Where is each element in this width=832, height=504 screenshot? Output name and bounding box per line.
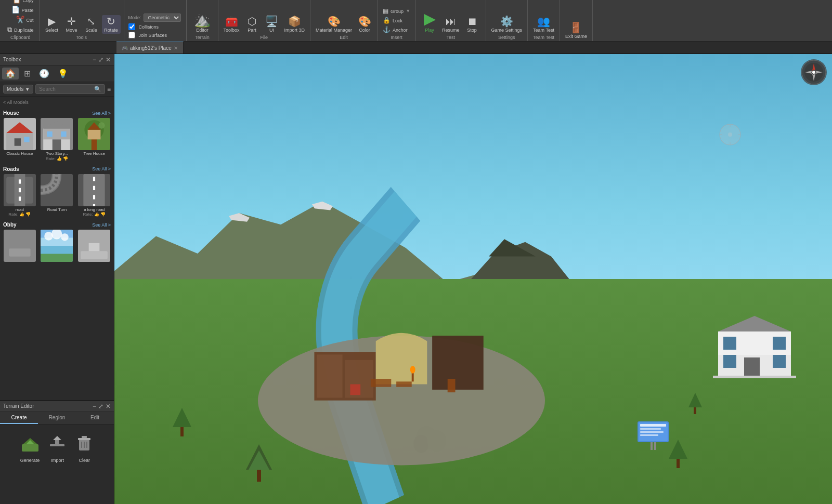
toolbox-nav-featured[interactable]: 💡 (55, 68, 71, 79)
move-icon: ✛ (67, 16, 76, 26)
rotate-button[interactable]: ↻ Rotate (102, 15, 121, 34)
obby-see-all[interactable]: See All > (92, 222, 111, 228)
models-dropdown[interactable]: Models ▼ (3, 85, 33, 94)
mode-section: Mode: Geometric Physical Collisions Join… (124, 0, 187, 41)
list-item[interactable]: a long road Rate: 👍 👎 (76, 173, 112, 218)
svg-marker-86 (718, 316, 791, 331)
select-button[interactable]: ▶ Select (43, 15, 61, 34)
two-story-name: Two-Story... (46, 151, 68, 156)
cut-button[interactable]: ✂️ Cut (5, 15, 36, 24)
clear-icon (75, 434, 94, 456)
toolbox-expand-btn[interactable]: ⤢ (98, 56, 103, 63)
import-icon (48, 434, 67, 456)
resume-button[interactable]: ⏭ Resume (440, 15, 462, 34)
toolbox-controls: Models ▼ 🔍 ≡ (0, 82, 114, 97)
generate-button[interactable]: Generate (20, 434, 40, 463)
house-see-all[interactable]: See All > (92, 111, 111, 116)
clipboard-buttons: 📋 Copy 📄 Paste ✂️ Cut ⧉ Duplicate (5, 0, 36, 34)
lock-button[interactable]: 🔒 Lock (381, 16, 405, 24)
color-button[interactable]: 🎨 Color (355, 15, 374, 34)
svg-rect-93 (180, 426, 184, 436)
compass (801, 59, 827, 85)
list-item[interactable]: Tree House (76, 117, 112, 162)
toolbox-close-btn[interactable]: ✕ (106, 56, 111, 63)
two-story-rating: Rate: 👍 👎 (46, 156, 68, 161)
duplicate-button[interactable]: ⧉ Duplicate (5, 25, 36, 34)
search-box: 🔍 (35, 84, 105, 94)
ui-button[interactable]: 🖥️ UI (263, 15, 281, 34)
list-item[interactable]: Road Turn (40, 173, 75, 218)
viewport[interactable] (114, 54, 832, 504)
clear-button[interactable]: Clear (75, 434, 94, 463)
roads-see-all[interactable]: See All > (92, 166, 111, 171)
terrain-editor-title: Terrain Editor (3, 403, 34, 409)
list-item[interactable] (2, 229, 37, 264)
toolbar: 📋 Copy 📄 Paste ✂️ Cut ⧉ Duplicate Clipbo… (0, 0, 832, 42)
group-label: Group (391, 9, 404, 14)
terrain-editor-panel: Terrain Editor − ⤢ ✕ Create Region Edit (0, 400, 114, 504)
paste-button[interactable]: 📄 Paste (5, 5, 36, 14)
anchor-button[interactable]: ⚓ Anchor (381, 25, 410, 34)
tab-close-button[interactable]: ✕ (174, 45, 178, 51)
insert-buttons: 🧰 Toolbox ⬡ Part 🖥️ UI 📦 Import 3D (222, 15, 307, 34)
part-button[interactable]: ⬡ Part (243, 15, 262, 34)
list-item[interactable]: Two-Story... Rate: 👍 👎 (40, 117, 75, 162)
import-button[interactable]: Import (48, 434, 67, 463)
list-item[interactable] (76, 229, 112, 264)
material-label: Material Manager (316, 28, 352, 33)
exit-label: Exit Game (565, 34, 587, 39)
group-button[interactable]: ▦ Group ▼ (381, 7, 412, 15)
tab-main[interactable]: 🎮 aliking512's Place ✕ (116, 42, 184, 54)
toolbox-button[interactable]: 🧰 Toolbox (222, 15, 242, 34)
svg-point-17 (98, 122, 105, 128)
stop-button[interactable]: ⏹ Stop (463, 15, 482, 34)
tab-terrain-edit[interactable]: Edit (76, 412, 114, 424)
tab-terrain-create[interactable]: Create (0, 412, 38, 424)
toolbox-minimize-btn[interactable]: − (93, 56, 96, 63)
toolbox-label: Toolbox (224, 28, 240, 33)
copy-button[interactable]: 📋 Copy (5, 0, 36, 4)
svg-marker-48 (53, 436, 61, 440)
lock-label: Lock (393, 18, 402, 23)
paste-icon: 📄 (11, 6, 20, 13)
list-item[interactable] (40, 229, 75, 264)
list-item[interactable]: road Rate: 👍 👎 (2, 173, 37, 218)
exit-button[interactable]: 🚪 Exit Game (563, 21, 589, 40)
tab-terrain-region[interactable]: Region (38, 412, 76, 424)
terrain-editor-button[interactable]: ⛰️ Editor (191, 12, 214, 34)
game-settings-button[interactable]: ⚙️ Game Settings (489, 15, 525, 34)
svg-rect-90 (773, 355, 786, 368)
house-model-grid: Classic House (2, 117, 112, 162)
team-test-button[interactable]: 👥 Team Test (531, 15, 556, 34)
terrain-expand-btn[interactable]: ⤢ (98, 403, 103, 410)
toolbox-nav-home[interactable]: 🏠 (2, 68, 19, 79)
list-item[interactable]: Classic House (2, 117, 37, 162)
toolbox-nav-recent[interactable]: 🕐 (36, 68, 53, 79)
svg-rect-27 (93, 177, 95, 181)
filter-button[interactable]: ≡ (107, 86, 111, 93)
collisions-label: Collisions (139, 24, 159, 30)
join-surfaces-checkbox[interactable] (128, 32, 135, 38)
material-icon: 🎨 (328, 16, 341, 26)
scale-button[interactable]: ⤡ Scale (82, 15, 101, 34)
material-manager-button[interactable]: 🎨 Material Manager (314, 15, 354, 34)
collisions-checkbox[interactable] (128, 23, 135, 30)
svg-rect-42 (89, 243, 100, 251)
play-button[interactable]: ▶ Play (420, 10, 439, 34)
import3d-button[interactable]: 📦 Import 3D (282, 15, 307, 34)
move-button[interactable]: ✛ Move (62, 15, 81, 34)
toolbox-nav-grid[interactable]: ⊞ (21, 68, 34, 79)
terrain-minimize-btn[interactable]: − (93, 403, 96, 410)
tree-house-name: Tree House (83, 151, 105, 156)
select-label: Select (45, 28, 58, 33)
team-test-section: 👥 Team Test Team Test (528, 0, 560, 41)
cut-icon: ✂️ (16, 16, 24, 23)
search-input[interactable] (39, 86, 94, 92)
terrain-close-btn[interactable]: ✕ (106, 403, 111, 410)
terrain-editor-header-icons: − ⤢ ✕ (93, 403, 111, 410)
svg-rect-50 (78, 438, 90, 440)
svg-rect-97 (694, 406, 696, 414)
svg-rect-22 (19, 188, 21, 192)
mode-select[interactable]: Geometric Physical (144, 14, 181, 22)
svg-rect-83 (448, 379, 456, 392)
